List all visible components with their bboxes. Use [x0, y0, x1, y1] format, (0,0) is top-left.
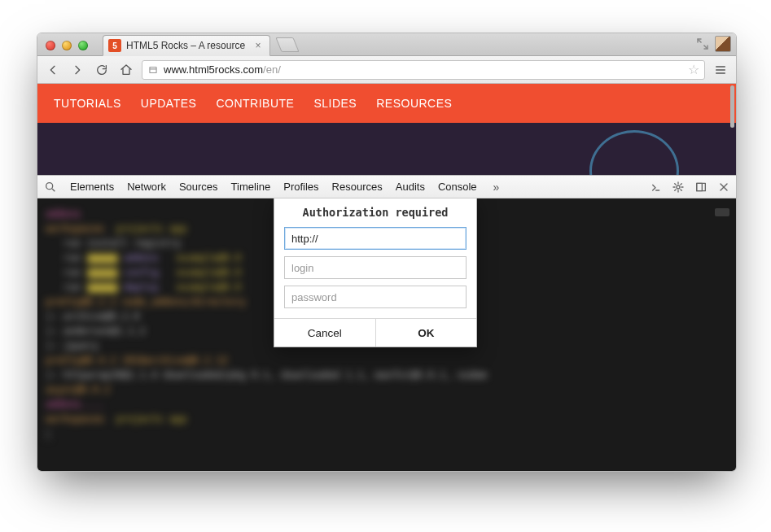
auth-modal-title: Authorization required: [274, 198, 476, 227]
auth-password-field[interactable]: [284, 286, 467, 308]
tab-strip: HTML5 Rocks – A resource ×: [37, 33, 736, 56]
url-path: /en/: [263, 63, 281, 76]
devtools-body: addons workspaces projects app run insta…: [37, 198, 736, 471]
address-bar[interactable]: www.html5rocks.com/en/ ☆: [142, 60, 705, 80]
devtools-panel: Elements Network Sources Timeline Profil…: [37, 175, 736, 471]
url-host: www.html5rocks.com: [164, 63, 263, 76]
devtools-tab-console[interactable]: Console: [438, 181, 477, 193]
browser-window: HTML5 Rocks – A resource ×: [37, 33, 737, 472]
show-drawer-icon[interactable]: [648, 180, 663, 194]
svg-rect-9: [697, 183, 706, 190]
devtools-search-icon[interactable]: [44, 181, 57, 194]
url-text: www.html5rocks.com/en/: [164, 63, 683, 76]
back-button[interactable]: [44, 61, 62, 79]
svg-rect-10: [697, 183, 703, 190]
devtools-tab-sources[interactable]: Sources: [179, 181, 218, 193]
page-viewport: TUTORIALS UPDATES CONTRIBUTE SLIDES RESO…: [37, 84, 736, 471]
window-controls: [37, 41, 94, 55]
svg-point-8: [677, 185, 680, 189]
home-button[interactable]: [117, 61, 135, 79]
tab-title: HTML5 Rocks – A resource: [126, 40, 245, 51]
devtools-tab-network[interactable]: Network: [127, 181, 166, 193]
page-scrollbar[interactable]: [729, 84, 736, 471]
nav-item-slides[interactable]: SLIDES: [313, 97, 357, 110]
devtools-tab-timeline[interactable]: Timeline: [231, 181, 271, 193]
minimize-window-button[interactable]: [62, 41, 72, 50]
svg-line-6: [52, 189, 55, 191]
svg-rect-0: [150, 67, 156, 72]
devtools-more-tabs-icon[interactable]: »: [490, 181, 503, 194]
dock-side-icon[interactable]: [694, 180, 708, 194]
site-identity-icon: [147, 64, 159, 76]
site-nav: TUTORIALS UPDATES CONTRIBUTE SLIDES RESO…: [37, 84, 736, 123]
toolbar: www.html5rocks.com/en/ ☆: [37, 56, 736, 84]
devtools-tab-resources[interactable]: Resources: [332, 181, 383, 193]
auth-url-field[interactable]: [284, 227, 467, 250]
reload-button[interactable]: [93, 61, 111, 79]
enter-fullscreen-icon[interactable]: [695, 37, 710, 51]
browser-tab[interactable]: HTML5 Rocks – A resource ×: [103, 35, 270, 56]
nav-item-resources[interactable]: RESOURCES: [376, 97, 452, 110]
profile-avatar[interactable]: [715, 36, 731, 52]
devtools-tab-elements[interactable]: Elements: [70, 181, 114, 193]
nav-item-contribute[interactable]: CONTRIBUTE: [216, 97, 294, 110]
nav-item-tutorials[interactable]: TUTORIALS: [54, 97, 121, 110]
close-window-button[interactable]: [46, 41, 55, 50]
devtools-tab-profiles[interactable]: Profiles: [283, 181, 318, 193]
new-tab-button[interactable]: [275, 37, 299, 52]
devtools-toolbar: Elements Network Sources Timeline Profil…: [37, 176, 736, 198]
svg-point-5: [46, 182, 53, 189]
auth-ok-button[interactable]: OK: [375, 319, 477, 347]
auth-modal: Authorization required Cancel OK: [274, 198, 477, 347]
devtools-tab-audits[interactable]: Audits: [396, 181, 425, 193]
devtools-settings-icon[interactable]: [671, 180, 686, 194]
nav-item-updates[interactable]: UPDATES: [141, 97, 197, 110]
close-tab-icon[interactable]: ×: [253, 41, 263, 50]
zoom-window-button[interactable]: [78, 41, 88, 50]
site-hero: [37, 123, 736, 175]
auth-cancel-button[interactable]: Cancel: [274, 319, 375, 347]
html5-favicon-icon: [108, 39, 121, 52]
chrome-menu-button[interactable]: [712, 61, 729, 79]
auth-login-field[interactable]: [284, 256, 467, 279]
forward-button[interactable]: [68, 61, 86, 79]
bookmark-star-icon[interactable]: ☆: [688, 63, 699, 76]
